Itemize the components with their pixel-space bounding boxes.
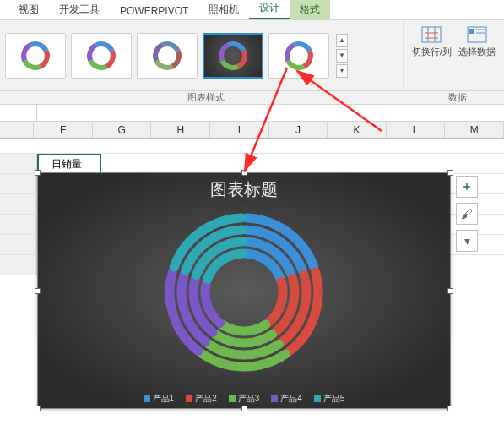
tab-view[interactable]: 视图	[8, 0, 49, 19]
formula-bar[interactable]	[0, 105, 504, 122]
resize-handle[interactable]	[35, 170, 41, 176]
gallery-more-icon[interactable]: ▾	[336, 64, 348, 78]
resize-handle[interactable]	[241, 406, 247, 411]
chart-style-2[interactable]	[71, 33, 132, 79]
legend-swatch	[186, 395, 192, 402]
cell-header[interactable]: 日销量	[37, 154, 101, 173]
ribbon-data-group: 切换行/列 选择数据	[403, 20, 504, 90]
row-header[interactable]	[0, 215, 37, 234]
col-g[interactable]: G	[93, 122, 152, 138]
donut-plot	[38, 208, 450, 377]
tab-camera[interactable]: 照相机	[198, 0, 249, 19]
gallery-up-icon[interactable]: ▲	[336, 34, 348, 47]
chart-filter-button[interactable]: ▾	[456, 230, 478, 252]
svg-rect-4	[469, 29, 474, 34]
column-headers: F G H I J K L M	[0, 122, 504, 139]
legend-item: 产品4	[271, 393, 302, 405]
col-h[interactable]: H	[151, 122, 210, 138]
row-header[interactable]	[0, 255, 37, 275]
col-l[interactable]: L	[387, 122, 446, 138]
legend-label: 产品4	[280, 393, 302, 405]
group-styles-label: 图表样式	[0, 91, 411, 104]
switch-row-col-button[interactable]: 切换行/列	[412, 25, 452, 58]
legend-swatch	[144, 395, 150, 402]
row-header[interactable]	[0, 174, 37, 193]
chart-style-1[interactable]	[5, 33, 66, 79]
col-m[interactable]: M	[445, 122, 504, 138]
tab-format[interactable]: 格式	[290, 0, 330, 19]
gallery-down-icon[interactable]: ▼	[336, 49, 348, 63]
resize-handle[interactable]	[35, 406, 41, 411]
svg-rect-5	[476, 29, 485, 30]
resize-handle[interactable]	[241, 170, 247, 176]
tab-design[interactable]: 设计	[249, 0, 290, 19]
legend-label: 产品5	[323, 393, 345, 405]
legend-item: 产品5	[314, 393, 345, 405]
row-header[interactable]	[0, 235, 37, 254]
chart-style-5[interactable]	[268, 33, 329, 79]
select-data-button[interactable]: 选择数据	[458, 25, 496, 58]
switch-rowcol-icon	[420, 25, 443, 44]
group-data-label: 数据	[411, 91, 504, 104]
svg-rect-0	[422, 27, 441, 42]
row-header[interactable]	[0, 194, 37, 214]
chart-style-3[interactable]	[137, 33, 198, 79]
select-all-cell[interactable]	[0, 122, 34, 138]
plus-icon: ＋	[461, 179, 473, 194]
chart-style-gallery: ▲ ▼ ▾	[0, 20, 403, 90]
brush-icon: 🖌	[461, 207, 473, 221]
funnel-icon: ▾	[464, 234, 470, 248]
select-data-icon	[465, 25, 489, 44]
col-k[interactable]: K	[328, 122, 387, 138]
ribbon-content: ▲ ▼ ▾ 切换行/列 选择数据	[0, 20, 504, 91]
resize-handle[interactable]	[447, 288, 453, 294]
col-i[interactable]: I	[210, 122, 269, 138]
table-row: 日销量	[0, 154, 504, 174]
chart-element-tools: ＋ 🖌 ▾	[456, 176, 478, 252]
resize-handle[interactable]	[447, 406, 453, 411]
legend-swatch	[314, 395, 321, 402]
legend-item: 产品3	[229, 393, 260, 405]
resize-handle[interactable]	[447, 170, 453, 176]
legend-swatch	[229, 395, 236, 402]
gallery-scroll: ▲ ▼ ▾	[336, 34, 348, 78]
resize-handle[interactable]	[35, 288, 41, 294]
col-j[interactable]: J	[269, 122, 328, 138]
legend-item: 产品2	[186, 393, 217, 405]
legend-label: 产品2	[195, 393, 217, 405]
svg-rect-6	[476, 32, 485, 34]
row-header[interactable]	[0, 154, 37, 173]
switch-label: 切换行/列	[412, 46, 452, 58]
tab-dev[interactable]: 开发工具	[49, 0, 110, 19]
chart-elements-button[interactable]: ＋	[456, 176, 478, 198]
chart-title[interactable]: 图表标题	[38, 173, 450, 201]
ribbon-tabs: 视图 开发工具 POWERPIVOT 照相机 设计 格式	[0, 0, 504, 20]
chart-legend: 产品1 产品2 产品3 产品4 产品5	[38, 393, 450, 405]
legend-label: 产品1	[153, 393, 175, 405]
tab-powerpivot[interactable]: POWERPIVOT	[110, 3, 198, 19]
donut-svg	[155, 208, 333, 377]
chart-style-4[interactable]	[203, 33, 263, 79]
table-row	[0, 139, 504, 154]
legend-item: 产品1	[144, 393, 175, 405]
group-labels: 图表样式 数据	[0, 91, 504, 105]
legend-label: 产品3	[238, 393, 260, 405]
embedded-chart[interactable]: 图表标题 产品1 产品2 产品3 产品4 产品5	[37, 172, 451, 409]
legend-swatch	[271, 395, 278, 402]
chart-styles-button[interactable]: 🖌	[456, 203, 478, 225]
select-data-label: 选择数据	[458, 46, 496, 58]
col-f[interactable]: F	[34, 122, 93, 138]
worksheet: F G H I J K L M 日销量 28 36 37 22	[0, 122, 504, 425]
